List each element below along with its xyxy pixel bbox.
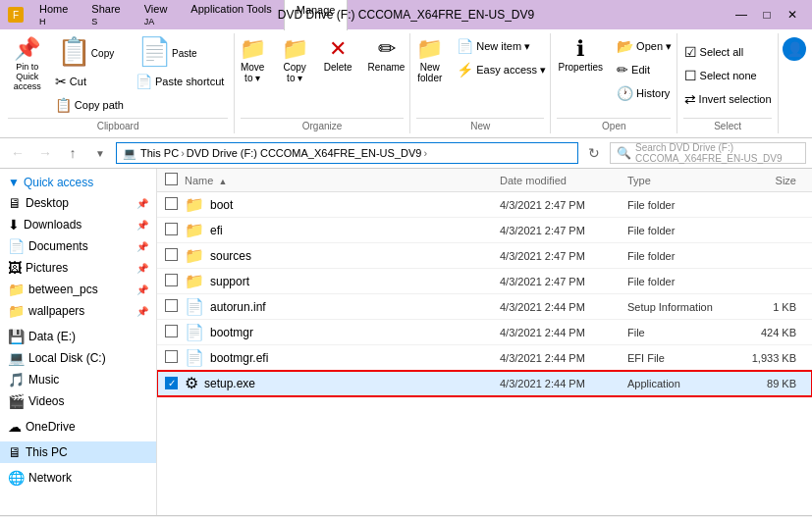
recent-locations-button[interactable]: ▼	[88, 142, 112, 164]
file-row-boot[interactable]: 📁 boot 4/3/2021 2:47 PM File folder	[157, 192, 812, 218]
edit-button[interactable]: ✏ Edit	[612, 59, 677, 80]
file-row-support[interactable]: 📁 support 4/3/2021 2:47 PM File folder	[157, 269, 812, 294]
sidebar-item-this-pc[interactable]: 🖥 This PC	[0, 441, 156, 463]
row-checkbox[interactable]	[165, 223, 178, 235]
drive-icon: 💻	[8, 350, 25, 366]
col-size-header[interactable]: Size	[735, 175, 804, 186]
sidebar-item-pictures[interactable]: 🖼 Pictures 📌	[0, 257, 156, 279]
new-item-button[interactable]: 📄 New item ▾	[452, 35, 551, 57]
delete-button[interactable]: ✕ Delete	[317, 35, 359, 76]
sidebar-item-documents[interactable]: 📄 Documents 📌	[0, 235, 156, 257]
window-controls: — □ ✕	[730, 5, 804, 25]
rename-button[interactable]: ✏ Rename	[361, 35, 412, 76]
videos-icon: 🎬	[8, 393, 25, 409]
sort-arrow: ▲	[218, 177, 227, 186]
sidebar-item-videos[interactable]: 🎬 Videos	[0, 390, 156, 412]
tab-view[interactable]: View JA	[133, 0, 180, 30]
sidebar-item-network[interactable]: 🌐 Network	[0, 467, 156, 489]
cut-button[interactable]: ✂ Cut	[50, 71, 129, 92]
minimize-button[interactable]: —	[730, 5, 753, 25]
col-name-header[interactable]: Name ▲	[185, 175, 500, 186]
up-button[interactable]: ↑	[61, 142, 84, 164]
sidebar-item-local-disk-c[interactable]: 💻 Local Disk (C:)	[0, 347, 156, 369]
tab-application-tools[interactable]: Application Tools	[179, 0, 283, 30]
properties-icon: ℹ	[576, 38, 584, 60]
sidebar-item-desktop[interactable]: 🖥 Desktop 📌	[0, 192, 156, 214]
refresh-button[interactable]: ↻	[582, 142, 606, 164]
sidebar-item-data-e[interactable]: 💾 Data (E:)	[0, 326, 156, 347]
folder-icon: 📁	[185, 195, 204, 214]
invert-selection-button[interactable]: ⇄ Invert selection	[679, 88, 777, 110]
pin-quick-access-button[interactable]: 📌 Pin to Quickaccess	[7, 35, 48, 94]
file-row-efi[interactable]: 📁 efi 4/3/2021 2:47 PM File folder	[157, 218, 812, 243]
ribbon-group-select: ☑ Select all ☐ Select none ⇄ Invert sele…	[677, 33, 779, 133]
music-icon: 🎵	[8, 372, 25, 388]
copy-button[interactable]: 📋 Copy	[50, 35, 129, 69]
new-folder-button[interactable]: 📁 Newfolder	[409, 35, 450, 86]
ribbon-group-open: ℹ Properties 📂 Open ▾ ✏ Edit 🕐 History	[551, 33, 677, 133]
row-checkbox[interactable]	[165, 350, 178, 363]
paste-button[interactable]: 📄 Paste	[131, 35, 229, 69]
open-label: Open	[557, 118, 671, 131]
new-item-icon: 📄	[457, 38, 473, 54]
pin-indicator: 📌	[136, 241, 148, 252]
close-button[interactable]: ✕	[781, 5, 804, 25]
user-avatar[interactable]: 👤	[783, 37, 806, 61]
copy-to-button[interactable]: 📁 Copyto ▾	[275, 35, 315, 86]
tab-share[interactable]: Share S	[80, 0, 132, 30]
back-button[interactable]: ←	[6, 142, 29, 164]
invert-icon: ⇄	[684, 91, 696, 107]
forward-button[interactable]: →	[33, 142, 57, 164]
file-row-bootmgr-efi[interactable]: 📄 bootmgr.efi 4/3/2021 2:44 PM EFI File …	[157, 345, 812, 371]
sidebar-item-music[interactable]: 🎵 Music	[0, 369, 156, 390]
paste-shortcut-button[interactable]: 📄 Paste shortcut	[131, 71, 229, 92]
sidebar-item-wallpapers[interactable]: 📁 wallpapers 📌	[0, 300, 156, 322]
address-path[interactable]: 💻 This PC › DVD Drive (F:) CCCOMA_X64FRE…	[116, 142, 578, 164]
folder-icon: 📁	[8, 282, 25, 297]
ribbon-content: 📌 Pin to Quickaccess 📋 Copy ✂ Cut 📋 Copy…	[0, 29, 812, 137]
select-none-button[interactable]: ☐ Select none	[679, 65, 762, 86]
open-button[interactable]: 📂 Open ▾	[612, 35, 677, 57]
tab-home[interactable]: Home H	[27, 0, 80, 30]
open-icon: 📂	[617, 38, 633, 54]
history-button[interactable]: 🕐 History	[612, 82, 677, 104]
row-checkbox[interactable]	[165, 274, 178, 286]
search-box[interactable]: 🔍 Search DVD Drive (F:) CCCOMA_X64FRE_EN…	[610, 142, 806, 164]
sidebar-item-downloads[interactable]: ⬇ Downloads 📌	[0, 214, 156, 235]
file-icon: 📄	[185, 323, 204, 341]
row-checkbox[interactable]: ✓	[165, 377, 178, 389]
file-row-sources[interactable]: 📁 sources 4/3/2021 2:47 PM File folder	[157, 243, 812, 269]
rename-icon: ✏	[378, 38, 396, 60]
maximize-button[interactable]: □	[755, 5, 779, 25]
sidebar-item-onedrive[interactable]: ☁ OneDrive	[0, 416, 156, 438]
col-type-header[interactable]: Type	[627, 175, 735, 186]
row-checkbox[interactable]	[165, 197, 178, 210]
app-icon: F	[8, 7, 24, 23]
ribbon: 📌 Pin to Quickaccess 📋 Copy ✂ Cut 📋 Copy…	[0, 29, 812, 138]
select-all-button[interactable]: ☑ Select all	[679, 41, 749, 63]
easy-access-button[interactable]: ⚡ Easy access ▾	[452, 59, 551, 80]
col-date-header[interactable]: Date modified	[500, 175, 627, 186]
file-icon: 📄	[185, 297, 204, 316]
properties-button[interactable]: ℹ Properties	[552, 35, 611, 76]
folder-icon: 📁	[185, 221, 204, 239]
new-label: New	[416, 118, 545, 131]
row-checkbox[interactable]	[165, 299, 178, 312]
folder-icon: 📁	[185, 272, 204, 290]
file-row-autorun[interactable]: 📄 autorun.inf 4/3/2021 2:44 PM Setup Inf…	[157, 294, 812, 320]
quick-access-header[interactable]: ▼ Quick access	[0, 173, 156, 192]
paste-icon: 📄	[137, 38, 172, 66]
path-icon: 💻	[123, 147, 136, 160]
sidebar-item-between-pcs[interactable]: 📁 between_pcs 📌	[0, 279, 156, 300]
move-to-button[interactable]: 📁 Moveto ▾	[233, 35, 273, 86]
copy-path-button[interactable]: 📋 Copy path	[50, 94, 129, 116]
row-checkbox[interactable]	[165, 248, 178, 261]
this-pc-icon: 🖥	[8, 444, 22, 460]
history-icon: 🕐	[617, 85, 633, 101]
file-row-setup[interactable]: ✓ ⚙ setup.exe 4/3/2021 2:44 PM Applicati…	[157, 371, 812, 396]
file-row-bootmgr[interactable]: 📄 bootmgr 4/3/2021 2:44 PM File 424 KB	[157, 320, 812, 345]
easy-access-icon: ⚡	[457, 62, 473, 78]
select-label: Select	[683, 118, 772, 131]
select-all-checkbox[interactable]	[165, 173, 178, 185]
row-checkbox[interactable]	[165, 325, 178, 337]
